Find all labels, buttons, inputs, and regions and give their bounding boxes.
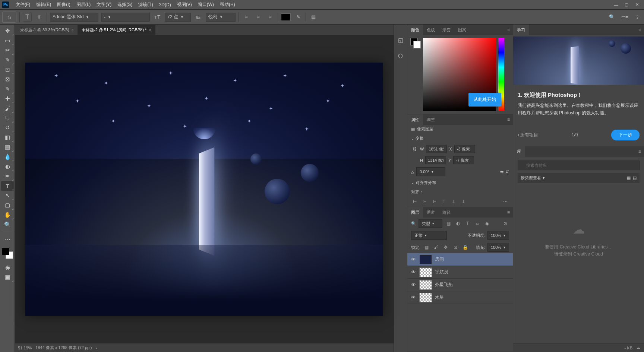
filter-toggle-icon[interactable]: ⊙: [502, 220, 509, 227]
filter-shape-icon[interactable]: ▱: [474, 220, 481, 227]
align-right-icon[interactable]: ⊫: [430, 198, 438, 205]
history-panel-icon[interactable]: ◱: [396, 36, 405, 45]
healing-tool[interactable]: ✚: [1, 94, 14, 104]
panel-menu-icon[interactable]: ≡: [504, 27, 513, 32]
path-select-tool[interactable]: ↖: [1, 191, 14, 200]
menu-filter[interactable]: 滤镜(T): [135, 0, 156, 9]
adjustments-tab[interactable]: 调整: [423, 114, 439, 125]
eraser-tool[interactable]: ◧: [1, 133, 14, 142]
menu-file[interactable]: 文件(F): [13, 0, 33, 9]
color-tab[interactable]: 颜色: [407, 25, 423, 35]
gradient-tool[interactable]: ▦: [1, 142, 14, 152]
layer-thumbnail[interactable]: [419, 280, 432, 290]
list-view-icon[interactable]: ▤: [633, 175, 637, 180]
color-swatches[interactable]: [2, 248, 13, 259]
angle-input[interactable]: 0.00°: [416, 167, 445, 176]
marquee-tool[interactable]: ▭: [1, 36, 14, 45]
3d-panel-icon[interactable]: ⬡: [396, 51, 405, 60]
layers-tab[interactable]: 图层: [407, 207, 423, 218]
menu-edit[interactable]: 编辑(E): [33, 0, 54, 9]
filter-pixel-icon[interactable]: ▦: [445, 220, 452, 227]
brush-tool[interactable]: 🖌: [1, 104, 14, 113]
workspace-icon[interactable]: ▭▾: [620, 13, 629, 22]
align-vcenter-icon[interactable]: ⊥: [450, 198, 457, 205]
edit-toolbar-icon[interactable]: ⋯: [1, 234, 14, 244]
transform-header[interactable]: 变换: [407, 133, 513, 143]
filter-type-icon[interactable]: T: [464, 220, 471, 227]
visibility-icon[interactable]: 👁: [410, 269, 416, 275]
quick-select-tool[interactable]: ✎: [1, 55, 14, 65]
back-link[interactable]: ‹ 所有项目: [518, 132, 538, 138]
hand-tool[interactable]: ✋: [1, 210, 14, 220]
layer-name[interactable]: 宇航员: [435, 269, 448, 275]
foreground-color[interactable]: [2, 248, 9, 255]
quick-mask-icon[interactable]: ◉: [1, 263, 14, 272]
tutorial-tooltip[interactable]: 从此处开始: [468, 93, 501, 107]
layer-name[interactable]: 外星飞船: [435, 282, 453, 288]
align-header[interactable]: 对齐并分布: [407, 178, 513, 188]
filter-search-icon[interactable]: 🔍: [411, 221, 416, 226]
layer-name[interactable]: 房间: [435, 256, 444, 263]
libraries-tab[interactable]: 库: [513, 146, 525, 157]
font-size-select[interactable]: 72 点: [165, 13, 191, 22]
x-input[interactable]: [454, 145, 475, 153]
panel-menu-icon[interactable]: ≡: [635, 149, 644, 154]
layer-row[interactable]: 👁 外星飞船: [407, 279, 513, 291]
lasso-tool[interactable]: ✂: [1, 45, 14, 55]
height-input[interactable]: [425, 156, 446, 164]
lock-pixel-icon[interactable]: 🖌: [432, 244, 440, 251]
align-left-icon[interactable]: ⊨: [411, 198, 419, 205]
history-brush-tool[interactable]: ↺: [1, 123, 14, 133]
zoom-tool[interactable]: 🔍: [1, 220, 14, 229]
library-search-input[interactable]: [518, 161, 640, 170]
lock-trans-icon[interactable]: ▦: [423, 244, 430, 251]
menu-image[interactable]: 图像(I): [54, 0, 73, 9]
menu-3d[interactable]: 3D(D): [156, 0, 174, 9]
move-tool[interactable]: ✥: [1, 26, 14, 36]
patterns-tab[interactable]: 图案: [454, 25, 470, 35]
tab-close-icon[interactable]: ×: [149, 28, 151, 32]
screen-mode-icon[interactable]: ▣: [1, 272, 14, 282]
lock-pos-icon[interactable]: ✥: [442, 244, 449, 251]
layer-thumbnail[interactable]: [419, 267, 432, 277]
opacity-input[interactable]: 100%: [487, 231, 509, 240]
layer-row[interactable]: 👁 宇航员: [407, 266, 513, 279]
layer-name[interactable]: 木星: [435, 294, 444, 301]
flip-h-icon[interactable]: ⇋: [500, 169, 503, 174]
align-left-icon[interactable]: ≡: [242, 13, 251, 22]
align-right-icon[interactable]: ≡: [266, 13, 275, 22]
visibility-icon[interactable]: 👁: [410, 282, 416, 288]
library-filter-select[interactable]: 按类型查看▾ ▦ ▤: [518, 173, 640, 183]
menu-window[interactable]: 窗口(W): [195, 0, 217, 9]
sync-icon[interactable]: ☁: [636, 345, 640, 350]
width-input[interactable]: [426, 145, 447, 153]
canvas[interactable]: ✦✦ ✦✦ ✦✦ ✦✦ ✦✦ ✦✦ ✦✦ ✦: [15, 35, 394, 343]
channels-tab[interactable]: 通道: [423, 207, 439, 218]
font-style-select[interactable]: -: [101, 13, 150, 22]
panel-menu-icon[interactable]: ≡: [504, 117, 513, 122]
document-tab[interactable]: 未标题-1 @ 33.3%(RGB/8)×: [16, 25, 78, 35]
menu-view[interactable]: 视图(V): [174, 0, 195, 9]
menu-type[interactable]: 文字(Y): [94, 0, 114, 9]
swatches-tab[interactable]: 色板: [423, 25, 439, 35]
color-fg-bg[interactable]: [410, 38, 421, 48]
lock-all-icon[interactable]: 🔒: [461, 244, 469, 251]
anti-alias-select[interactable]: 锐利: [206, 13, 236, 22]
type-tool[interactable]: T: [1, 181, 14, 191]
filter-smart-icon[interactable]: ◉: [483, 220, 491, 227]
layer-thumbnail[interactable]: [419, 293, 432, 302]
text-color-swatch[interactable]: [281, 13, 291, 21]
blend-mode-select[interactable]: 正常: [411, 231, 447, 240]
flip-v-icon[interactable]: ⇵: [506, 169, 509, 174]
layer-row[interactable]: 👁 房间: [407, 253, 513, 266]
visibility-icon[interactable]: 👁: [410, 257, 416, 262]
tab-close-icon[interactable]: ×: [72, 28, 74, 32]
align-center-icon[interactable]: ≡: [254, 13, 263, 22]
zoom-level[interactable]: 51.19%: [18, 346, 32, 350]
paths-tab[interactable]: 路径: [439, 207, 454, 218]
menu-help[interactable]: 帮助(H): [217, 0, 238, 9]
gradients-tab[interactable]: 渐变: [439, 25, 454, 35]
filter-type-select[interactable]: 类型: [419, 219, 442, 228]
search-icon[interactable]: 🔍: [607, 13, 616, 22]
tool-preset-icon[interactable]: T: [23, 13, 32, 22]
